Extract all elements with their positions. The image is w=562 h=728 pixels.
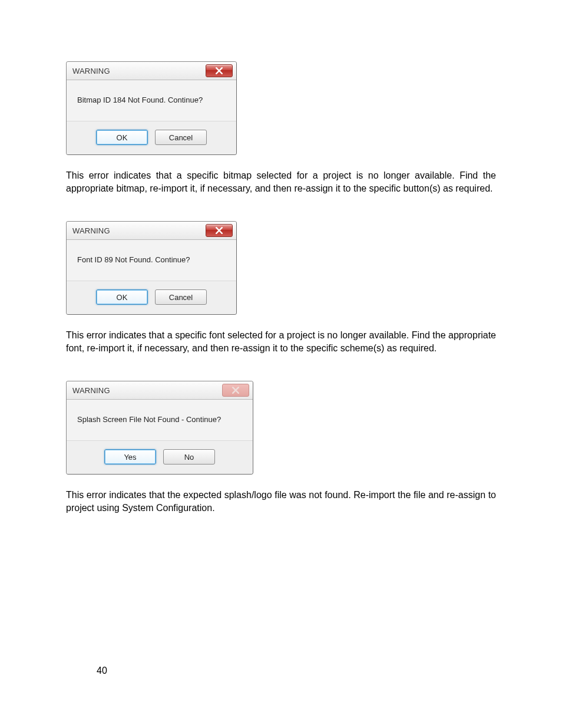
dialog-title: WARNING <box>72 226 110 235</box>
close-icon[interactable] <box>206 64 233 77</box>
close-icon <box>222 384 249 397</box>
page-number: 40 <box>97 666 107 676</box>
explanation-paragraph: This error indicates that a specific bit… <box>66 169 496 195</box>
document-page: WARNING Bitmap ID 184 Not Found. Continu… <box>0 0 562 728</box>
explanation-paragraph: This error indicates that the expected s… <box>66 489 496 515</box>
dialog-button-row: OK Cancel <box>67 281 236 314</box>
dialog-titlebar[interactable]: WARNING <box>67 222 236 240</box>
dialog-titlebar[interactable]: WARNING <box>67 381 253 400</box>
dialog-titlebar[interactable]: WARNING <box>67 62 236 80</box>
dialog-title: WARNING <box>72 386 110 395</box>
dialog-title: WARNING <box>72 67 110 75</box>
close-icon[interactable] <box>206 224 233 237</box>
dialog-message: Font ID 89 Not Found. Continue? <box>67 240 236 281</box>
warning-dialog-splash: WARNING Splash Screen File Not Found - C… <box>66 381 253 475</box>
ok-button[interactable]: OK <box>96 130 148 145</box>
dialog-message: Splash Screen File Not Found - Continue? <box>67 400 253 441</box>
warning-dialog-font: WARNING Font ID 89 Not Found. Continue? … <box>66 221 237 315</box>
dialog-button-row: Yes No <box>67 441 253 474</box>
no-button[interactable]: No <box>163 449 215 465</box>
dialog-button-row: OK Cancel <box>67 121 236 154</box>
ok-button[interactable]: OK <box>96 289 148 305</box>
dialog-message: Bitmap ID 184 Not Found. Continue? <box>67 80 236 121</box>
cancel-button[interactable]: Cancel <box>155 130 207 145</box>
warning-dialog-bitmap: WARNING Bitmap ID 184 Not Found. Continu… <box>66 61 237 155</box>
yes-button[interactable]: Yes <box>104 449 156 465</box>
explanation-paragraph: This error indicates that a specific fon… <box>66 329 496 355</box>
cancel-button[interactable]: Cancel <box>155 289 207 305</box>
